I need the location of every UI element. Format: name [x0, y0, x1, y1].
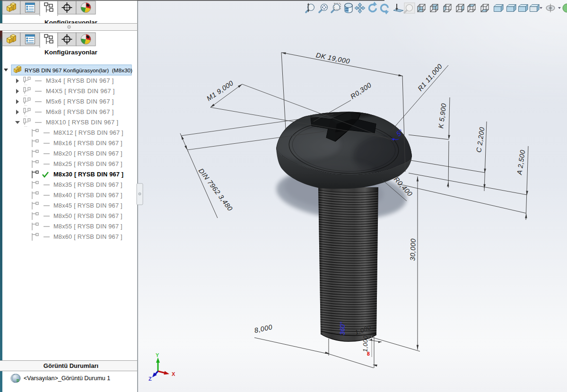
svg-text:...: ... [24, 103, 27, 107]
svg-text:M8x45 [ RYSB DIN 967 ]: M8x45 [ RYSB DIN 967 ] [53, 202, 122, 209]
svg-text:M8x25 [ RYSB DIN 967 ]: M8x25 [ RYSB DIN 967 ] [53, 160, 122, 167]
svg-text:M8x40 [ RYSB DIN 967 ]: M8x40 [ RYSB DIN 967 ] [53, 192, 122, 199]
svg-text:360°: 360° [339, 322, 346, 335]
svg-text:...: ... [24, 113, 27, 117]
svg-text:...: ... [24, 123, 27, 128]
svg-text:M3x4 [ RYSB DIN 967 ]: M3x4 [ RYSB DIN 967 ] [46, 77, 114, 84]
svg-text:Z: Z [148, 376, 152, 382]
svg-text:M8X10 [ RYSB DIN 967 ]: M8X10 [ RYSB DIN 967 ] [46, 119, 118, 126]
svg-text:M8x20 [ RYSB DIN 967 ]: M8x20 [ RYSB DIN 967 ] [53, 150, 122, 157]
svg-text:M8x55 [ RYSB DIN 967 ]: M8x55 [ RYSB DIN 967 ] [53, 223, 122, 230]
svg-text:M8x30 [ RYSB DIN 967 ]: M8x30 [ RYSB DIN 967 ] [53, 171, 123, 178]
svg-text:M8X12 [ RYSB DIN 967 ]: M8X12 [ RYSB DIN 967 ] [53, 129, 123, 136]
svg-text:M4X5 [ RYSB DIN 967 ]: M4X5 [ RYSB DIN 967 ] [46, 87, 115, 95]
svg-text:Y: Y [156, 352, 159, 358]
svg-text:RYSB DIN 967 Konfigürasyon(lar: RYSB DIN 967 Konfigürasyon(lar) (M8x30) [25, 67, 132, 74]
svg-text:M8x16 [ RYSB DIN 967 ]: M8x16 [ RYSB DIN 967 ] [53, 139, 122, 147]
svg-text:Konfigürasyonlar: Konfigürasyonlar [44, 49, 98, 56]
svg-text:8: 8 [367, 351, 370, 357]
svg-text:Görüntü Durumları: Görüntü Durumları [44, 362, 98, 369]
svg-text:M8x35 [ RYSB DIN 967 ]: M8x35 [ RYSB DIN 967 ] [53, 181, 122, 188]
svg-text:...: ... [24, 92, 27, 96]
svg-text:M6x8 [ RYSB DIN 967 ]: M6x8 [ RYSB DIN 967 ] [46, 108, 114, 115]
svg-text:1,000: 1,000 [361, 335, 369, 352]
svg-text:...: ... [24, 82, 27, 86]
svg-text:M5x6 [ RYSB DIN 967 ]: M5x6 [ RYSB DIN 967 ] [46, 98, 114, 105]
svg-text:M8x60 [ RYSB DIN 967 ]: M8x60 [ RYSB DIN 967 ] [53, 233, 122, 240]
svg-text:<Varsayılan>_Görüntü Durumu 1: <Varsayılan>_Görüntü Durumu 1 [24, 375, 110, 382]
svg-text:X: X [172, 371, 175, 377]
svg-text:M8x50 [ RYSB DIN 967 ]: M8x50 [ RYSB DIN 967 ] [53, 212, 122, 219]
svg-text:30,000: 30,000 [409, 238, 417, 261]
